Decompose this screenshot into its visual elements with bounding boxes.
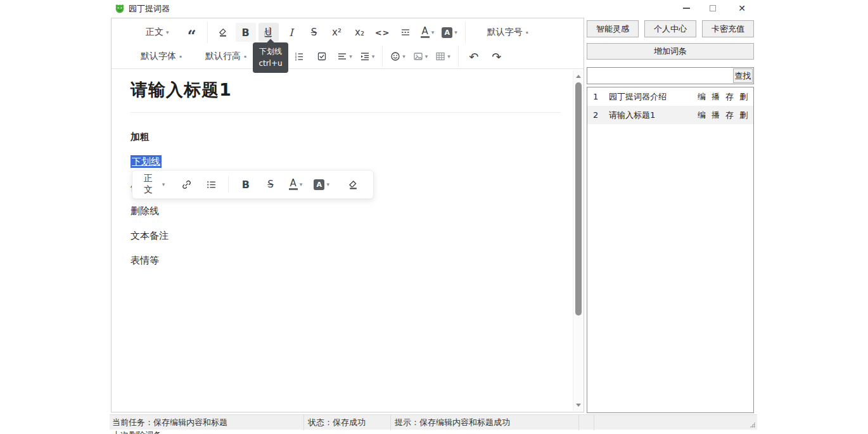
code-button[interactable]: <> (373, 23, 393, 42)
status-state: 状态：保存成功 (304, 417, 390, 428)
table-dropdown[interactable]: ▾ (433, 47, 453, 66)
sidebar-panel: 智能灵感 个人中心 卡密充值 增加词条 查找 1 园丁提词器介绍 编 播 存 删… (587, 18, 754, 412)
entry-edit-link[interactable]: 编 (698, 91, 706, 103)
scrollbar-thumb[interactable] (575, 82, 582, 316)
entry-delete-link[interactable]: 删 (739, 110, 748, 121)
status-current-task: 当前任务：保存编辑内容和标题 (110, 417, 303, 428)
bold-button[interactable]: B (236, 23, 256, 42)
bullet-list-icon (206, 179, 217, 190)
editor-toolbar: 正文 “ B U I S x² x₂ <> (112, 18, 584, 69)
underline-button[interactable]: U (258, 23, 279, 42)
ordered-list-button[interactable] (289, 47, 309, 66)
table-icon (435, 51, 445, 61)
window-title: 园丁提词器 (129, 3, 170, 15)
line-note: 文本备注 (131, 230, 169, 242)
minimize-button[interactable] (675, 0, 697, 16)
toolbar-separator (382, 46, 383, 67)
subscript-button[interactable]: x₂ (350, 23, 370, 42)
bubble-toolbar: 正文 B S (132, 170, 374, 199)
maximize-icon (710, 5, 716, 11)
add-entry-button[interactable]: 增加词条 (587, 43, 754, 60)
smart-inspiration-button[interactable]: 智能灵感 (587, 20, 639, 37)
strikethrough-button[interactable]: S (304, 23, 324, 42)
line-bold: 加粗 (131, 131, 150, 143)
entry-edit-link[interactable]: 编 (698, 110, 706, 121)
bubble-font-color-button[interactable]: A▾ (286, 175, 305, 194)
close-button[interactable]: ✕ (731, 0, 753, 16)
align-dropdown[interactable]: ▾ (335, 47, 355, 66)
checkbox-icon (317, 51, 327, 61)
bubble-strikethrough-button[interactable]: S (261, 175, 279, 194)
editor-panel: 正文 “ B U I S x² x₂ <> (111, 18, 584, 412)
app-window: 园丁提词器 ✕ 正文 “ B U I S x² (0, 0, 868, 434)
entry-actions: 编 播 存 删 (698, 110, 748, 121)
bubble-link-button[interactable] (177, 175, 196, 194)
line-strikethrough: 删除线 (131, 205, 159, 217)
ordered-list-icon (294, 51, 304, 61)
editor-scrollbar[interactable] (573, 70, 583, 411)
entry-index: 2 (593, 110, 609, 120)
entry-delete-link[interactable]: 删 (739, 91, 748, 103)
bubble-clear-format-button[interactable] (344, 175, 362, 194)
entry-play-link[interactable]: 播 (712, 91, 720, 103)
heading-divider (131, 112, 561, 113)
entry-index: 1 (593, 92, 609, 101)
clear-format-button[interactable] (213, 23, 233, 42)
bubble-bold-button[interactable]: B (236, 175, 255, 194)
entry-actions: 编 播 存 删 (698, 91, 748, 103)
line-height-dropdown[interactable]: 默认行高 (201, 47, 251, 66)
arrow-up-icon (576, 75, 581, 78)
image-dropdown[interactable]: ▾ (411, 47, 431, 66)
entry-save-link[interactable]: 存 (725, 110, 734, 121)
line-underline: 下划线 (131, 156, 162, 168)
scrollbar-up-button[interactable] (573, 72, 584, 81)
search-bar: 查找 (587, 67, 754, 84)
background-color-button[interactable]: A▾ (439, 23, 460, 42)
entry-row[interactable]: 1 园丁提词器介绍 编 播 存 删 (587, 87, 753, 106)
entry-play-link[interactable]: 播 (712, 110, 720, 121)
find-button[interactable]: 查找 (733, 68, 753, 83)
background-color-icon: A (314, 179, 324, 190)
search-input[interactable] (587, 68, 753, 84)
background-color-icon: A (442, 27, 452, 38)
image-icon (413, 51, 423, 61)
entry-title: 园丁提词器介绍 (609, 91, 698, 103)
sidebar-top-buttons: 智能灵感 个人中心 卡密充值 (587, 20, 754, 37)
editor-content[interactable]: 请输入标题1 加粗 下划线 倾斜 删除线 文本备注 表情等 正文 (112, 70, 572, 412)
maximize-button[interactable] (702, 0, 724, 16)
resize-grip[interactable] (750, 422, 755, 428)
task-list-button[interactable] (312, 47, 332, 66)
arrow-down-icon (576, 404, 581, 407)
app-logo-icon (115, 3, 125, 13)
font-family-dropdown[interactable]: 默认字体 (137, 47, 186, 66)
bubble-paragraph-dropdown[interactable]: 正文 (140, 175, 169, 194)
redo-button[interactable]: ↷ (487, 47, 507, 66)
blockquote-button[interactable]: “ (182, 23, 202, 42)
recharge-button[interactable]: 卡密充值 (702, 20, 754, 37)
entry-save-link[interactable]: 存 (725, 91, 734, 103)
eraser-icon (218, 27, 228, 37)
divider-icon (400, 27, 411, 37)
entry-title: 请输入标题1 (609, 110, 698, 121)
status-separator (594, 415, 594, 430)
undo-button[interactable]: ↶ (464, 47, 484, 66)
bubble-list-button[interactable] (202, 175, 220, 194)
superscript-button[interactable]: x² (327, 23, 347, 42)
italic-button[interactable]: I (281, 23, 302, 42)
personal-center-button[interactable]: 个人中心 (644, 20, 696, 37)
horizontal-rule-button[interactable] (395, 23, 416, 42)
bubble-background-color-button[interactable]: A▾ (311, 175, 332, 194)
font-color-icon: A (289, 179, 298, 190)
paragraph-style-dropdown[interactable]: 正文 (142, 23, 173, 42)
status-bar: 当前任务：保存编辑内容和标题 状态：保存成功 提示：保存编辑内容和标题成功 (110, 414, 757, 430)
align-icon (337, 51, 347, 61)
emoji-dropdown[interactable]: ▾ (388, 47, 408, 66)
entry-row[interactable]: 2 请输入标题1 编 播 存 删 (587, 106, 753, 124)
font-size-dropdown[interactable]: 默认字号 (483, 23, 533, 42)
line-emoji: 表情等 (131, 255, 159, 267)
font-color-button[interactable]: A▾ (418, 23, 437, 42)
indent-dropdown[interactable]: ▾ (357, 47, 378, 66)
indent-icon (360, 51, 370, 61)
scrollbar-down-button[interactable] (573, 400, 584, 410)
toolbar-separator (207, 22, 208, 43)
